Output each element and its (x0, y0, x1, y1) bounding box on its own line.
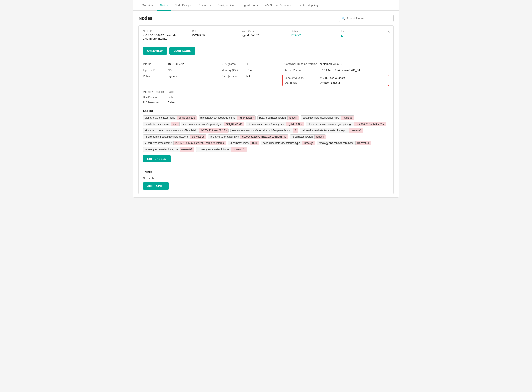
page-header: Nodes 🔍 (133, 10, 399, 25)
node-details: Internal IP 192.168.6.42 Ingress IP NA R… (139, 58, 393, 194)
search-input[interactable] (347, 17, 391, 20)
tab-upgrade-jobs[interactable]: Upgrade Jobs (237, 0, 261, 10)
internal-ip-label: Internal IP (143, 62, 166, 65)
label-value: us-west-2 (349, 128, 363, 133)
label-value: t3.xlarge (302, 141, 315, 145)
label-key: failure-domain.beta.kubernetes.io/region (300, 128, 349, 133)
os-image-value: Amazon Linux 2 (320, 81, 340, 84)
tab-identity-mapping[interactable]: Identity Mapping (294, 0, 321, 10)
ip-info-col: Internal IP 192.168.6.42 Ingress IP NA R… (143, 62, 222, 86)
label-chip: kubernetes.io/oslinux (228, 141, 259, 145)
label-key: kubernetes.io/hostname (143, 141, 174, 145)
search-box[interactable]: 🔍 (339, 15, 393, 22)
label-value: lt-0734223d0ea012c7b (199, 128, 229, 133)
label-chip: eks.amazonaws.com/nodegroupng-b4d0a857 (246, 122, 305, 126)
tab-iam-service-accounts[interactable]: IAM Service Accounts (261, 0, 294, 10)
label-value: ami-08452b8fed439a69a (354, 122, 386, 126)
label-chip: topology.kubernetes.io/regionus-west-2 (143, 147, 194, 152)
memory-pressure-label: MemoryPressure (143, 90, 166, 93)
label-chip: beta.kubernetes.io/oslinux (143, 122, 180, 126)
node-id-value: ip-192-168-6-42.us-west-2.compute.intern… (143, 33, 192, 40)
label-key: beta.kubernetes.io/instance-type (301, 116, 341, 120)
node-group-label: Node Group (241, 30, 291, 33)
node-role-label: Role (192, 30, 242, 33)
memory-value: 15.43 (246, 69, 253, 72)
taints-section: Taints No Taints ADD TAINTS (143, 170, 389, 190)
label-key: topology.ebs.csi.aws.com/zone (317, 141, 355, 145)
tab-overview[interactable]: Overview (139, 0, 157, 10)
label-value: amd64 (288, 116, 299, 120)
container-runtime-row: Container Runtime Version containerd://1… (284, 62, 389, 65)
node-card-header: Node ID ip-192-168-6-42.us-west-2.comput… (139, 25, 393, 44)
node-status-value: READY (291, 33, 340, 37)
add-taints-button[interactable]: ADD TAINTS (143, 182, 169, 190)
label-chip: eks.amazonaws.com/sourceLaunchTemplateVe… (230, 128, 298, 133)
memory-pressure-value: False (168, 90, 174, 93)
ingress-ip-label: Ingress IP (143, 69, 166, 72)
disk-pressure-row: DiskPressure False (143, 95, 389, 99)
tab-resources[interactable]: Resources (194, 0, 214, 10)
pid-pressure-label: PIDPressure (143, 101, 166, 104)
label-key: alpha.rafay.io/cluster-name (143, 116, 177, 120)
label-value: us-west-2b (356, 141, 371, 145)
pid-pressure-value: False (168, 101, 174, 104)
node-id-label: Node ID (143, 30, 192, 33)
label-key: eks.amazonaws.com/nodegroup-image (306, 122, 354, 126)
label-value: amd64 (315, 135, 326, 139)
search-icon: 🔍 (341, 17, 345, 20)
tab-node-groups[interactable]: Node Groups (171, 0, 194, 10)
label-value: linux (250, 141, 259, 145)
label-chip: failure-domain.beta.kubernetes.io/region… (300, 128, 363, 133)
label-chip: eks.amazonaws.com/nodegroup-imageami-084… (306, 122, 386, 126)
label-chip: topology.ebs.csi.aws.com/zoneus-west-2b (317, 141, 371, 145)
collapse-button[interactable]: ∧ (387, 30, 390, 34)
node-role-col: Role WORKER (192, 30, 242, 37)
label-key: eks.amazonaws.com/capacityType (182, 122, 224, 126)
internal-ip-value: 192.168.6.42 (168, 62, 184, 65)
label-chip: eks.amazonaws.com/capacityTypeON_DEMAND (181, 122, 244, 126)
internal-ip-row: Internal IP 192.168.6.42 (143, 62, 222, 65)
label-value: us-west-2b (190, 135, 206, 139)
details-section: Internal IP 192.168.6.42 Ingress IP NA R… (143, 62, 389, 86)
node-group-value: ng-b4d0a857 (241, 33, 291, 37)
ingress-ip-row: Ingress IP NA (143, 69, 222, 72)
label-value: us-west-2 (180, 147, 194, 152)
conditions-section: MemoryPressure False DiskPressure False … (143, 90, 389, 104)
os-image-label: OS Image (285, 81, 318, 84)
label-chip: eks.amazonaws.com/sourceLaunchTemplateId… (143, 128, 229, 133)
label-value: ON_DEMAND (224, 122, 244, 126)
label-key: alpha.rafay.io/nodegroup-name (199, 116, 237, 120)
disk-pressure-value: False (168, 95, 174, 99)
label-value: ip-192-168-6-42.us-west-2.compute.intern… (174, 141, 226, 145)
label-key: kubernetes.io/os (228, 141, 250, 145)
overview-button[interactable]: OVERVIEW (143, 47, 167, 55)
cpu-label: CPU (cores) (222, 62, 245, 65)
node-group-col: Node Group ng-b4d0a857 (241, 30, 291, 37)
node-id-col: Node ID ip-192-168-6-42.us-west-2.comput… (143, 30, 192, 40)
memory-pressure-row: MemoryPressure False (143, 90, 389, 93)
tab-configuration[interactable]: Configuration (214, 0, 237, 10)
configure-button[interactable]: CONFIGURE (169, 47, 195, 55)
kernel-row: Kernel Version 5.10.197-186.748.amzn2.x8… (284, 69, 389, 72)
cpu-row: CPU (cores) 4 (222, 62, 284, 65)
compute-info-col: CPU (cores) 4 Memory (GiB) 15.43 GPU (co… (222, 62, 284, 86)
label-key: node.kubernetes.io/instance-type (261, 141, 302, 145)
label-key: eks.amazonaws.com/nodegroup (246, 122, 286, 126)
pid-pressure-row: PIDPressure False (143, 101, 389, 104)
container-runtime-value: containerd://1.6.19 (320, 62, 342, 65)
tab-nodes[interactable]: Nodes (157, 0, 171, 10)
label-chip: kubernetes.io/hostnameip-192-168-6-42.us… (143, 141, 226, 145)
label-chip: node.kubernetes.io/instance-typet3.xlarg… (261, 141, 315, 145)
label-key: failure-domain.beta.kubernetes.io/zone (143, 135, 190, 139)
labels-container: alpha.rafay.io/cluster-namedemo-eks-128a… (143, 116, 389, 152)
label-chip: topology.kubernetes.io/zoneus-west-2b (196, 147, 247, 152)
label-value: linux (171, 122, 180, 126)
edit-labels-button[interactable]: EDIT LABELS (143, 155, 171, 163)
label-value: ng-b4d0a857 (237, 116, 256, 120)
label-key: beta.kubernetes.io/os (143, 122, 171, 126)
cpu-value: 4 (246, 62, 248, 65)
node-health-label: Health (340, 30, 389, 33)
node-status-col: Status READY (291, 30, 340, 37)
kubelet-row: kubelet Version v1.28.2-eks-a5df82a (285, 76, 387, 79)
node-health-col: Health ▲ (340, 30, 389, 38)
